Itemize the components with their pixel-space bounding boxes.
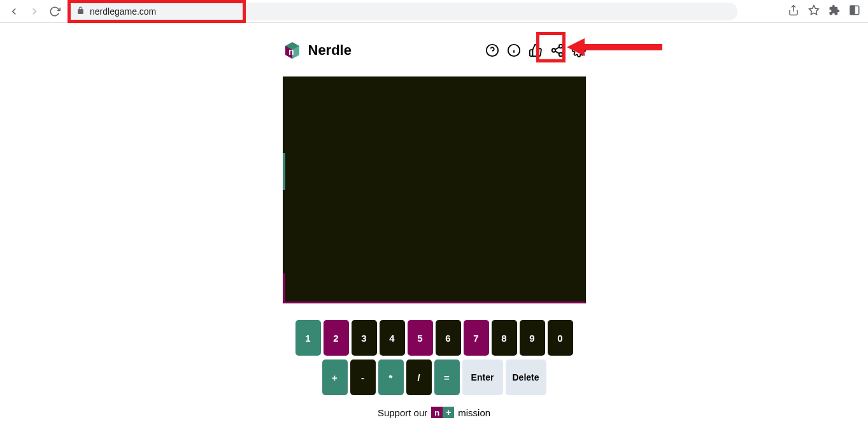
url-text: nerdlegame.com — [90, 6, 156, 17]
svg-point-15 — [559, 53, 562, 57]
key-delete[interactable]: Delete — [506, 359, 546, 395]
reload-button[interactable] — [48, 5, 61, 18]
back-button[interactable] — [8, 5, 20, 18]
keyboard: 1234567890 +-*/=EnterDelete — [295, 320, 573, 395]
keyboard-row-1: 1234567890 — [295, 320, 573, 356]
header-icons — [485, 43, 586, 57]
share-page-icon[interactable] — [788, 4, 799, 18]
game-title: Nerdle — [308, 42, 352, 59]
share-icon[interactable] — [550, 43, 564, 57]
lock-icon — [76, 6, 85, 17]
key-9[interactable]: 9 — [520, 320, 545, 356]
toolbar-right — [788, 4, 860, 18]
account-icon[interactable] — [849, 4, 860, 18]
key-*[interactable]: * — [378, 359, 404, 395]
key-enter[interactable]: Enter — [462, 359, 503, 395]
svg-point-18 — [577, 48, 581, 52]
key-6[interactable]: 6 — [436, 320, 461, 356]
bookmark-star-icon[interactable] — [808, 4, 820, 18]
board-edge-green — [283, 153, 285, 190]
extensions-icon[interactable] — [829, 4, 840, 18]
key-/[interactable]: / — [406, 359, 432, 395]
key-3[interactable]: 3 — [352, 320, 377, 356]
thumbs-up-icon[interactable] — [529, 43, 543, 57]
key-=[interactable]: = — [434, 359, 460, 395]
svg-point-14 — [551, 48, 555, 52]
footer-suffix: mission — [458, 407, 490, 418]
svg-marker-1 — [809, 5, 819, 14]
help-icon[interactable] — [485, 43, 499, 57]
key-2[interactable]: 2 — [324, 320, 349, 356]
svg-line-17 — [555, 47, 559, 50]
header-left: n Nerdle — [283, 41, 352, 60]
game-board[interactable] — [283, 76, 586, 303]
key-5[interactable]: 5 — [408, 320, 433, 356]
badge-n-icon: n — [431, 407, 443, 418]
footer-prefix: Support our — [378, 407, 427, 418]
key-7[interactable]: 7 — [464, 320, 489, 356]
svg-line-16 — [555, 51, 559, 54]
key-8[interactable]: 8 — [492, 320, 517, 356]
svg-text:n: n — [288, 47, 294, 57]
page-content: n Nerdle — [0, 23, 868, 418]
address-bar[interactable]: nerdlegame.com — [69, 3, 737, 20]
nerdle-logo-icon: n — [283, 41, 302, 60]
board-edge-purple — [283, 273, 285, 301]
settings-icon[interactable] — [572, 43, 586, 57]
browser-toolbar: nerdlegame.com — [0, 0, 868, 23]
svg-rect-3 — [850, 6, 855, 15]
game-header: n Nerdle — [283, 41, 586, 60]
badge-plus-icon: + — [443, 407, 454, 418]
key-0[interactable]: 0 — [548, 320, 573, 356]
key-1[interactable]: 1 — [295, 320, 321, 356]
forward-button[interactable] — [28, 5, 41, 18]
key-4[interactable]: 4 — [380, 320, 405, 356]
footer-badge: n + — [431, 407, 454, 418]
svg-point-13 — [559, 45, 562, 48]
footer[interactable]: Support our n + mission — [378, 407, 490, 418]
key--[interactable]: - — [350, 359, 376, 395]
key-+[interactable]: + — [322, 359, 348, 395]
info-icon[interactable] — [507, 43, 521, 57]
keyboard-row-2: +-*/=EnterDelete — [322, 359, 546, 395]
